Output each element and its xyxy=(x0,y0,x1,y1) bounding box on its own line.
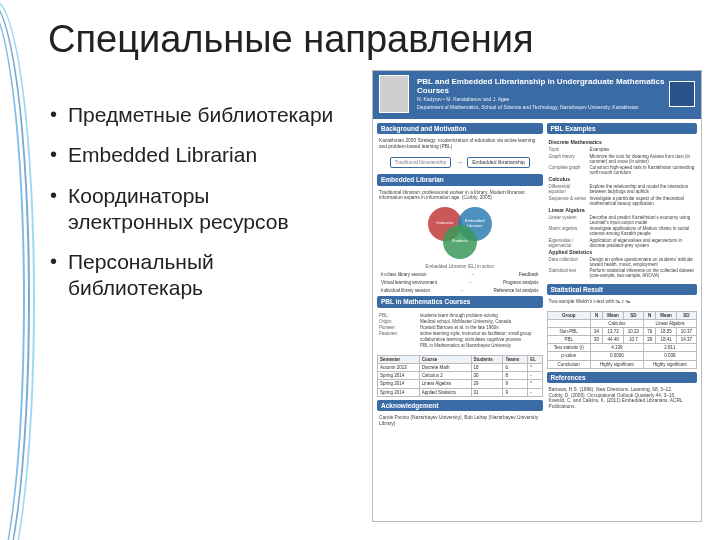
subhead-discrete: Discrete Mathematics xyxy=(549,140,695,146)
arrow-icon: → xyxy=(455,158,463,167)
tri-right: Progress analysis xyxy=(503,280,539,285)
course-table: Semester Course Students Teams EL Autumn… xyxy=(377,355,543,397)
slide-decoration-left xyxy=(0,0,40,540)
section-heading-examples: PBL Examples xyxy=(547,123,697,134)
tri-right: Feedback xyxy=(519,272,539,277)
list-item: Координаторы электронных ресурсов xyxy=(48,183,338,236)
pbl-features: active learning style; instructor as fac… xyxy=(420,331,541,341)
author-photo xyxy=(379,75,409,113)
poster-title: PBL and Embedded Librarianship in Underg… xyxy=(417,77,669,95)
poster-header: PBL and Embedded Librarianship in Underg… xyxy=(373,71,701,119)
bullet-list: Предметные библиотекари Embedded Librari… xyxy=(48,102,338,316)
pbl-pioneer: Howard Barrows et al. in the late 1960s xyxy=(420,325,541,330)
stat-title: Two-sample Welch's t-test with n₁ ≠ n₂ xyxy=(547,298,697,306)
list-item: Персональный библиотекарь xyxy=(48,249,338,302)
venn-caption: Embedded Librarian (EL) in action xyxy=(377,264,543,269)
slide-title: Специальные направления xyxy=(48,18,534,61)
pbl-final: PBL in Mathematics at Nazarbayev Univers… xyxy=(420,343,541,348)
pbl-def: students learn through problem-solving xyxy=(420,313,541,318)
tri-left: Virtual learning environment xyxy=(381,280,437,285)
pbl-origin: Medical school, McMaster University, Can… xyxy=(420,319,541,324)
subhead-calc: Calculus xyxy=(549,177,695,183)
box-traditional: Traditional librarianship xyxy=(390,157,452,169)
university-logo xyxy=(669,81,695,107)
tri-left: Individual library session xyxy=(381,288,430,293)
tri-right: Reference list analysis xyxy=(494,288,539,293)
ack-text: Carole Pucino (Nazarbayev University), B… xyxy=(377,414,543,427)
section-heading-background: Background and Motivation xyxy=(377,123,543,134)
poster-authors: N. Kadyrov • M. Karatabanov and J. Agee xyxy=(417,97,669,103)
venn-circle-students: Students xyxy=(443,225,477,259)
section-heading-stat: Statistical Result xyxy=(547,284,697,295)
list-item: Предметные библиотекари xyxy=(48,102,338,128)
refs-text: Barrows, H.S. (1996). New Directions. Le… xyxy=(547,386,697,410)
background-text: Kazakhstan 2050 Strategy: modernization … xyxy=(377,137,543,150)
stat-table: Group N Mean SD N Mean SD CalculusLinear… xyxy=(547,311,697,369)
section-heading-refs: References xyxy=(547,372,697,383)
section-heading-pbl-math: PBL in Mathematics Courses xyxy=(377,296,543,307)
subhead-stats: Applied Statistics xyxy=(549,250,695,256)
embedded-poster: PBL and Embedded Librarianship in Underg… xyxy=(372,70,702,522)
venn-diagram: Instructor Embedded Librarian Students xyxy=(400,207,520,257)
embedded-text: Traditional librarian: professional work… xyxy=(377,189,543,202)
box-embedded: Embedded librarianship xyxy=(467,157,530,169)
subhead-linear: Linear Algebra xyxy=(549,208,695,214)
section-heading-embedded: Embedded Librarian xyxy=(377,174,543,185)
list-item: Embedded Librarian xyxy=(48,142,338,168)
tri-left: In-class library session xyxy=(381,272,427,277)
section-heading-ack: Acknowledgement xyxy=(377,400,543,411)
poster-dept: Department of Mathematics, School of Sci… xyxy=(417,105,669,111)
